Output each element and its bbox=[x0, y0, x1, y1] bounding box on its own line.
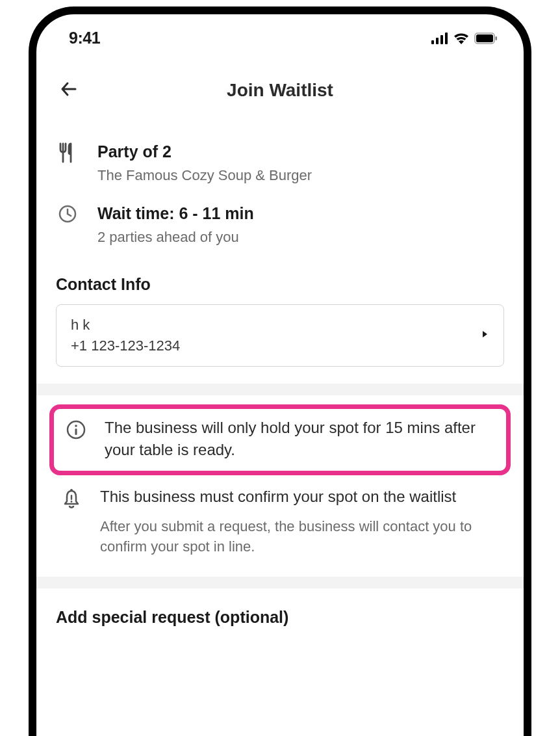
party-row: Party of 2 The Famous Cozy Soup & Burger bbox=[56, 141, 504, 185]
section-divider bbox=[36, 577, 524, 588]
svg-rect-12 bbox=[71, 495, 72, 500]
hold-notice-text: The business will only hold your spot fo… bbox=[105, 417, 496, 460]
clock-icon bbox=[56, 203, 79, 224]
wait-time: Wait time: 6 - 11 min bbox=[97, 203, 254, 224]
svg-rect-1 bbox=[436, 38, 439, 44]
special-request-heading: Add special request (optional) bbox=[56, 608, 504, 627]
contact-card[interactable]: h k +1 123-123-1234 bbox=[56, 304, 504, 367]
contact-heading: Contact Info bbox=[56, 275, 504, 294]
restaurant-name: The Famous Cozy Soup & Burger bbox=[97, 166, 312, 185]
info-icon bbox=[64, 417, 88, 440]
page-title: Join Waitlist bbox=[56, 80, 504, 101]
svg-rect-5 bbox=[476, 34, 493, 42]
wait-row: Wait time: 6 - 11 min 2 parties ahead of… bbox=[56, 203, 504, 246]
svg-rect-2 bbox=[440, 35, 443, 44]
arrow-left-icon bbox=[58, 79, 79, 99]
svg-rect-6 bbox=[496, 36, 498, 40]
contact-name: h k bbox=[71, 317, 180, 334]
header: Join Waitlist bbox=[36, 54, 524, 114]
bell-icon bbox=[60, 486, 83, 510]
contact-phone: +1 123-123-1234 bbox=[71, 337, 180, 354]
confirm-notice: This business must confirm your spot on … bbox=[56, 486, 504, 557]
back-button[interactable] bbox=[58, 79, 79, 102]
svg-rect-10 bbox=[75, 428, 77, 435]
status-bar: 9:41 bbox=[36, 14, 524, 54]
confirm-notice-sub: After you submit a request, the business… bbox=[100, 517, 500, 557]
svg-rect-0 bbox=[431, 40, 434, 44]
battery-icon bbox=[474, 33, 498, 44]
status-time: 9:41 bbox=[69, 29, 100, 47]
hold-notice: The business will only hold your spot fo… bbox=[64, 417, 496, 460]
svg-point-9 bbox=[75, 425, 77, 427]
svg-point-11 bbox=[70, 489, 73, 492]
hold-notice-highlight: The business will only hold your spot fo… bbox=[49, 404, 511, 475]
parties-ahead: 2 parties ahead of you bbox=[97, 228, 254, 247]
caret-right-icon bbox=[481, 330, 489, 341]
svg-point-13 bbox=[71, 501, 73, 503]
wifi-icon bbox=[453, 33, 469, 44]
status-icons bbox=[431, 33, 498, 44]
section-divider bbox=[36, 384, 524, 395]
phone-frame: 9:41 bbox=[29, 7, 531, 736]
party-size: Party of 2 bbox=[97, 141, 312, 163]
svg-rect-3 bbox=[445, 33, 448, 44]
utensils-icon bbox=[56, 141, 79, 163]
confirm-notice-title: This business must confirm your spot on … bbox=[100, 486, 500, 508]
cellular-signal-icon bbox=[431, 33, 448, 44]
